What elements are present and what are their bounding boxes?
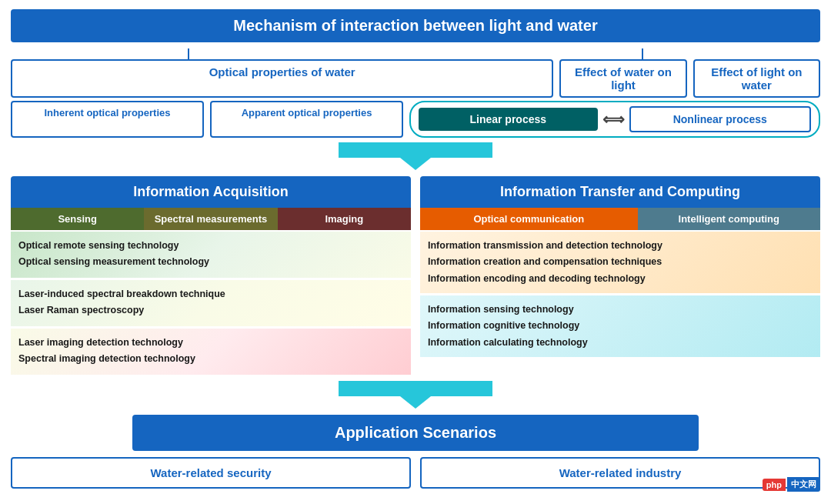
water-security-box: Water-related security xyxy=(11,457,411,489)
imaging-line1: Laser imaging detection technology xyxy=(18,335,403,351)
optical-properties-box: Optical properties of water xyxy=(11,59,553,98)
imaging-line2: Spectral imaging detection technology xyxy=(18,351,403,367)
sensing-line2: Optical sensing measurement technology xyxy=(18,254,403,270)
svg-marker-1 xyxy=(339,381,492,409)
intel-line1: Information sensing technology xyxy=(428,302,813,318)
info-acquisition-section: Information Acquisition Sensing Spectral… xyxy=(11,176,411,375)
inherent-optical-box: Inherent optical properties xyxy=(11,101,204,138)
comm-line3: Information encoding and decoding techno… xyxy=(428,271,813,287)
tab-optical-communication[interactable]: Optical communication xyxy=(420,208,638,230)
intel-line3: Information calculating technology xyxy=(428,335,813,351)
application-section: Application Scenarios Water-related secu… xyxy=(11,415,820,489)
spectral-line2: Laser Raman spectroscopy xyxy=(18,302,403,319)
nonlinear-process-box: Nonlinear process xyxy=(629,106,812,132)
effect-light-box: Effect of light on water xyxy=(693,59,820,98)
sensing-line1: Optical remote sensing technology xyxy=(18,238,403,254)
comm-line1: Information transmission and detection t… xyxy=(428,238,813,254)
info-transfer-header: Information Transfer and Computing xyxy=(420,176,820,208)
effect-water-box: Effect of water on light xyxy=(559,59,686,98)
tab-imaging[interactable]: Imaging xyxy=(278,208,411,230)
php-badge: php xyxy=(763,479,786,491)
linear-process-box: Linear process xyxy=(419,108,598,131)
tab-intelligent-computing[interactable]: Intelligent computing xyxy=(638,208,820,230)
apparent-optical-box: Apparent optical properties xyxy=(210,101,403,138)
comm-line2: Information creation and compensation te… xyxy=(428,254,813,270)
application-header: Application Scenarios xyxy=(132,415,699,451)
main-down-arrow xyxy=(11,142,820,170)
svg-marker-0 xyxy=(339,142,492,170)
spectral-line1: Laser-induced spectral breakdown techniq… xyxy=(18,286,403,302)
tab-spectral[interactable]: Spectral measurements xyxy=(144,208,277,230)
info-transfer-section: Information Transfer and Computing Optic… xyxy=(420,176,820,375)
chinese-badge: 中文网 xyxy=(787,477,820,492)
main-title: Mechanism of interaction between light a… xyxy=(11,9,820,42)
double-arrow-icon: ⟺ xyxy=(602,110,625,129)
info-acquisition-header: Information Acquisition xyxy=(11,176,411,208)
intel-line2: Information cognitive technology xyxy=(428,318,813,334)
water-industry-box: Water-related industry xyxy=(420,457,820,489)
tab-sensing[interactable]: Sensing xyxy=(11,208,144,230)
second-down-arrow xyxy=(11,381,820,409)
